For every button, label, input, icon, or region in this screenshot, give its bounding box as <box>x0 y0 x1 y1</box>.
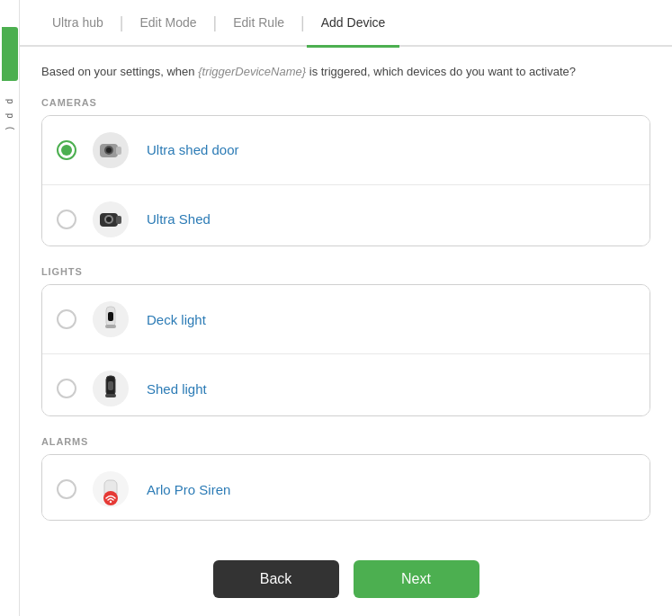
description-text: Based on your settings, when {triggerDev… <box>41 63 650 81</box>
cameras-card: Ultra shed door Ultra Shed <box>41 115 650 247</box>
camera-icon-white <box>89 129 132 172</box>
tab-navigation: Ultra hub | Edit Mode | Edit Rule | Add … <box>20 0 672 47</box>
sidebar-text-d1: d <box>4 99 14 104</box>
section-label-cameras: CAMERAS <box>41 97 650 108</box>
camera-icon-dark <box>89 198 132 241</box>
svg-point-21 <box>110 501 112 503</box>
device-row-ultra-shed-door[interactable]: Ultra shed door <box>42 116 650 185</box>
light-icon-deck <box>89 298 132 341</box>
device-name-ultra-shed: Ultra Shed <box>147 211 211 227</box>
radio-ultra-shed-door[interactable] <box>57 140 76 160</box>
radio-arlo-siren[interactable] <box>57 479 76 499</box>
svg-point-3 <box>106 147 112 153</box>
svg-point-8 <box>106 217 112 222</box>
svg-rect-4 <box>116 147 121 155</box>
device-row-ultra-shed[interactable]: Ultra Shed <box>42 185 650 247</box>
alarms-card: Arlo Pro Siren <box>41 454 650 521</box>
svg-rect-12 <box>108 312 113 321</box>
radio-deck-light[interactable] <box>57 309 76 329</box>
siren-icon <box>89 468 132 511</box>
svg-rect-13 <box>105 325 116 328</box>
device-name-arlo-siren: Arlo Pro Siren <box>147 482 230 497</box>
section-label-lights: LIGHTS <box>41 266 650 277</box>
svg-rect-17 <box>105 394 116 397</box>
sidebar-indicator <box>2 27 18 81</box>
device-name-deck-light: Deck light <box>147 312 206 327</box>
lights-card: Deck light Shed light <box>41 284 650 416</box>
device-row-arlo-siren[interactable]: Arlo Pro Siren <box>42 455 650 521</box>
svg-rect-9 <box>116 216 121 224</box>
section-label-alarms: Alarms <box>41 436 650 447</box>
tab-ultra-hub[interactable]: Ultra hub <box>38 0 118 46</box>
tab-divider-1: | <box>120 13 124 32</box>
tab-divider-3: | <box>300 13 305 32</box>
back-button[interactable]: Back <box>213 560 339 598</box>
tab-add-device[interactable]: Add Device <box>307 0 400 46</box>
svg-rect-16 <box>108 381 113 390</box>
page-body: Based on your settings, when {triggerDev… <box>20 47 672 546</box>
footer-buttons: Back Next <box>20 546 672 616</box>
tab-edit-rule[interactable]: Edit Rule <box>219 0 299 46</box>
radio-shed-light[interactable] <box>57 379 76 398</box>
radio-inner <box>61 145 72 156</box>
tab-edit-mode[interactable]: Edit Mode <box>126 0 211 46</box>
sidebar-text-d2: d <box>4 113 14 119</box>
radio-ultra-shed[interactable] <box>57 210 76 229</box>
next-button[interactable]: Next <box>354 560 479 598</box>
device-name-ultra-shed-door: Ultra shed door <box>147 142 239 157</box>
sidebar-text-paren: ) <box>4 127 14 129</box>
light-icon-shed <box>89 367 132 410</box>
main-content: Ultra hub | Edit Mode | Edit Rule | Add … <box>20 0 672 616</box>
sidebar-strip: d d ) <box>0 0 20 616</box>
device-name-shed-light: Shed light <box>147 381 207 397</box>
tab-divider-2: | <box>213 13 218 32</box>
device-row-deck-light[interactable]: Deck light <box>42 285 650 354</box>
device-row-shed-light[interactable]: Shed light <box>42 354 650 416</box>
